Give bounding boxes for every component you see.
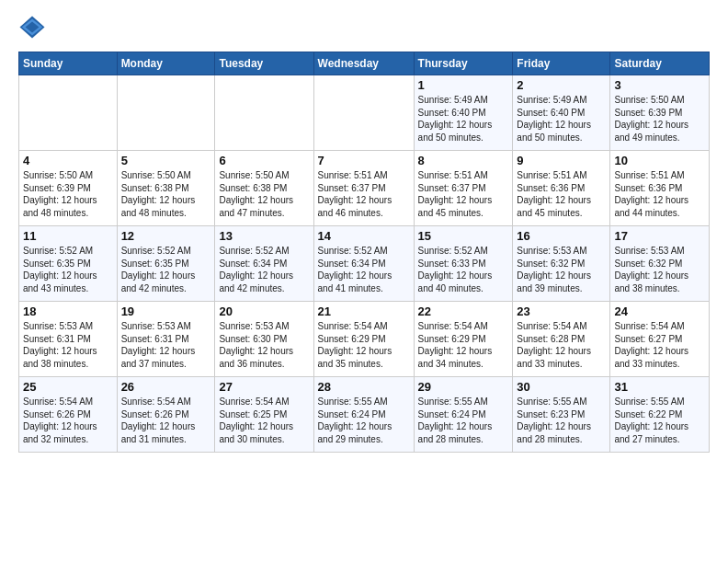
day-info: Sunrise: 5:54 AM Sunset: 6:28 PM Dayligh…	[517, 320, 606, 370]
day-info: Sunrise: 5:51 AM Sunset: 6:37 PM Dayligh…	[318, 169, 410, 219]
logo-icon	[18, 15, 46, 42]
day-cell: 23Sunrise: 5:54 AM Sunset: 6:28 PM Dayli…	[513, 302, 610, 377]
day-cell: 31Sunrise: 5:55 AM Sunset: 6:22 PM Dayli…	[610, 377, 710, 453]
day-cell: 24Sunrise: 5:54 AM Sunset: 6:27 PM Dayli…	[610, 302, 710, 377]
day-number: 11	[23, 229, 113, 243]
day-info: Sunrise: 5:55 AM Sunset: 6:22 PM Dayligh…	[614, 396, 705, 445]
header-cell-tuesday: Tuesday	[215, 52, 313, 75]
day-cell: 15Sunrise: 5:52 AM Sunset: 6:33 PM Dayli…	[414, 226, 513, 302]
day-cell: 6Sunrise: 5:50 AM Sunset: 6:38 PM Daylig…	[215, 151, 313, 226]
day-info: Sunrise: 5:52 AM Sunset: 6:33 PM Dayligh…	[418, 245, 509, 294]
day-number: 5	[121, 154, 211, 167]
day-number: 10	[614, 154, 705, 167]
day-number: 23	[517, 304, 606, 318]
day-info: Sunrise: 5:52 AM Sunset: 6:35 PM Dayligh…	[23, 245, 113, 294]
day-cell: 9Sunrise: 5:51 AM Sunset: 6:36 PM Daylig…	[513, 151, 610, 226]
day-cell: 13Sunrise: 5:52 AM Sunset: 6:34 PM Dayli…	[215, 226, 313, 302]
week-row-1: 1Sunrise: 5:49 AM Sunset: 6:40 PM Daylig…	[19, 75, 710, 151]
header-row: SundayMondayTuesdayWednesdayThursdayFrid…	[19, 52, 710, 75]
day-number: 8	[418, 154, 509, 167]
day-cell: 11Sunrise: 5:52 AM Sunset: 6:35 PM Dayli…	[19, 226, 118, 302]
day-cell: 26Sunrise: 5:54 AM Sunset: 6:26 PM Dayli…	[117, 377, 215, 453]
header-cell-wednesday: Wednesday	[313, 52, 414, 75]
day-number: 21	[318, 304, 410, 318]
day-cell: 1Sunrise: 5:49 AM Sunset: 6:40 PM Daylig…	[414, 75, 513, 151]
day-info: Sunrise: 5:52 AM Sunset: 6:34 PM Dayligh…	[318, 245, 410, 294]
day-cell: 28Sunrise: 5:55 AM Sunset: 6:24 PM Dayli…	[313, 377, 414, 453]
day-number: 28	[318, 380, 410, 394]
week-row-5: 25Sunrise: 5:54 AM Sunset: 6:26 PM Dayli…	[19, 377, 710, 453]
week-row-4: 18Sunrise: 5:53 AM Sunset: 6:31 PM Dayli…	[19, 302, 710, 377]
header-cell-monday: Monday	[117, 52, 215, 75]
day-info: Sunrise: 5:52 AM Sunset: 6:34 PM Dayligh…	[219, 245, 309, 294]
day-cell: 3Sunrise: 5:50 AM Sunset: 6:39 PM Daylig…	[610, 75, 710, 151]
day-number: 26	[121, 380, 211, 394]
day-info: Sunrise: 5:54 AM Sunset: 6:29 PM Dayligh…	[418, 320, 509, 370]
day-number: 18	[23, 304, 113, 318]
day-info: Sunrise: 5:52 AM Sunset: 6:35 PM Dayligh…	[121, 245, 211, 294]
day-number: 15	[418, 229, 509, 243]
day-number: 20	[219, 304, 309, 318]
header	[18, 15, 710, 42]
day-cell: 4Sunrise: 5:50 AM Sunset: 6:39 PM Daylig…	[19, 151, 118, 226]
day-cell: 22Sunrise: 5:54 AM Sunset: 6:29 PM Dayli…	[414, 302, 513, 377]
day-info: Sunrise: 5:54 AM Sunset: 6:26 PM Dayligh…	[23, 396, 113, 445]
week-row-2: 4Sunrise: 5:50 AM Sunset: 6:39 PM Daylig…	[19, 151, 710, 226]
day-number: 13	[219, 229, 309, 243]
header-cell-thursday: Thursday	[414, 52, 513, 75]
day-info: Sunrise: 5:55 AM Sunset: 6:24 PM Dayligh…	[318, 396, 410, 445]
day-cell: 20Sunrise: 5:53 AM Sunset: 6:30 PM Dayli…	[215, 302, 313, 377]
day-number: 14	[318, 229, 410, 243]
day-info: Sunrise: 5:49 AM Sunset: 6:40 PM Dayligh…	[418, 94, 509, 144]
header-cell-friday: Friday	[513, 52, 610, 75]
day-cell: 12Sunrise: 5:52 AM Sunset: 6:35 PM Dayli…	[117, 226, 215, 302]
day-info: Sunrise: 5:54 AM Sunset: 6:25 PM Dayligh…	[219, 396, 309, 445]
day-number: 19	[121, 304, 211, 318]
day-number: 29	[418, 380, 509, 394]
day-info: Sunrise: 5:53 AM Sunset: 6:31 PM Dayligh…	[23, 320, 113, 370]
day-number: 4	[23, 154, 113, 167]
day-number: 7	[318, 154, 410, 167]
day-number: 22	[418, 304, 509, 318]
day-cell	[313, 75, 414, 151]
day-cell	[117, 75, 215, 151]
day-number: 16	[517, 229, 606, 243]
day-cell: 25Sunrise: 5:54 AM Sunset: 6:26 PM Dayli…	[19, 377, 118, 453]
day-cell: 8Sunrise: 5:51 AM Sunset: 6:37 PM Daylig…	[414, 151, 513, 226]
day-info: Sunrise: 5:55 AM Sunset: 6:23 PM Dayligh…	[517, 396, 606, 445]
day-cell: 19Sunrise: 5:53 AM Sunset: 6:31 PM Dayli…	[117, 302, 215, 377]
day-number: 31	[614, 380, 705, 394]
day-info: Sunrise: 5:54 AM Sunset: 6:26 PM Dayligh…	[121, 396, 211, 445]
day-info: Sunrise: 5:53 AM Sunset: 6:30 PM Dayligh…	[219, 320, 309, 370]
calendar-body: 1Sunrise: 5:49 AM Sunset: 6:40 PM Daylig…	[19, 75, 710, 453]
day-number: 24	[614, 304, 705, 318]
day-info: Sunrise: 5:50 AM Sunset: 6:39 PM Dayligh…	[23, 169, 113, 219]
day-cell: 7Sunrise: 5:51 AM Sunset: 6:37 PM Daylig…	[313, 151, 414, 226]
day-number: 12	[121, 229, 211, 243]
day-info: Sunrise: 5:50 AM Sunset: 6:38 PM Dayligh…	[219, 169, 309, 219]
day-info: Sunrise: 5:53 AM Sunset: 6:32 PM Dayligh…	[614, 245, 705, 294]
day-info: Sunrise: 5:49 AM Sunset: 6:40 PM Dayligh…	[517, 94, 606, 144]
day-cell: 18Sunrise: 5:53 AM Sunset: 6:31 PM Dayli…	[19, 302, 118, 377]
page: SundayMondayTuesdayWednesdayThursdayFrid…	[0, 0, 728, 462]
day-number: 25	[23, 380, 113, 394]
header-cell-saturday: Saturday	[610, 52, 710, 75]
day-info: Sunrise: 5:50 AM Sunset: 6:38 PM Dayligh…	[121, 169, 211, 219]
day-number: 9	[517, 154, 606, 167]
day-info: Sunrise: 5:51 AM Sunset: 6:37 PM Dayligh…	[418, 169, 509, 219]
day-info: Sunrise: 5:54 AM Sunset: 6:29 PM Dayligh…	[318, 320, 410, 370]
day-cell: 14Sunrise: 5:52 AM Sunset: 6:34 PM Dayli…	[313, 226, 414, 302]
day-info: Sunrise: 5:53 AM Sunset: 6:32 PM Dayligh…	[517, 245, 606, 294]
calendar-header: SundayMondayTuesdayWednesdayThursdayFrid…	[19, 52, 710, 75]
day-cell	[215, 75, 313, 151]
logo	[18, 15, 50, 42]
day-cell	[19, 75, 118, 151]
day-number: 1	[418, 78, 509, 92]
day-number: 2	[517, 78, 606, 92]
header-cell-sunday: Sunday	[19, 52, 118, 75]
day-cell: 10Sunrise: 5:51 AM Sunset: 6:36 PM Dayli…	[610, 151, 710, 226]
day-number: 17	[614, 229, 705, 243]
day-number: 3	[614, 78, 705, 92]
calendar-table: SundayMondayTuesdayWednesdayThursdayFrid…	[18, 52, 710, 453]
day-number: 27	[219, 380, 309, 394]
